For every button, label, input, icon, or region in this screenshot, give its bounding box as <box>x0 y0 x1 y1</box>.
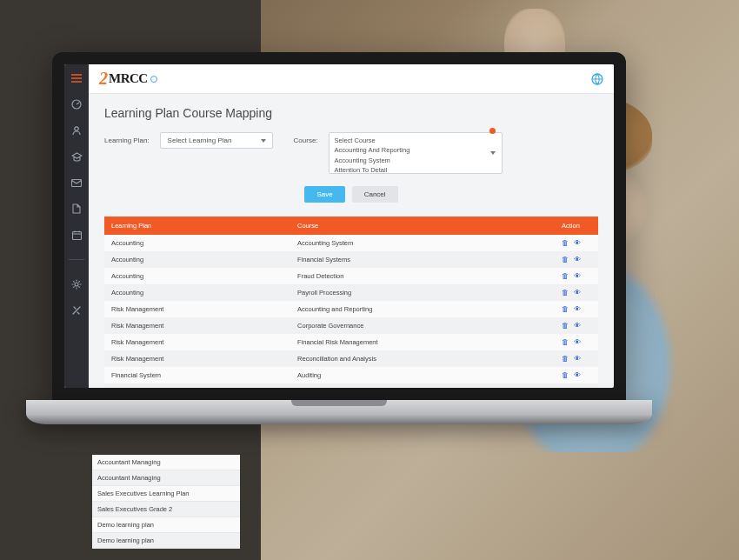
cell-course: Corporate Governance <box>290 317 555 334</box>
delete-icon[interactable]: 🗑 <box>562 322 569 330</box>
course-multiselect[interactable]: Select Course Accounting And Reporting A… <box>329 132 503 174</box>
cell-course: Financial Systems <box>290 251 555 268</box>
settings-icon[interactable] <box>70 277 83 291</box>
table-row: AccountingAccounting System🗑👁 <box>104 235 598 251</box>
form-actions: Save Cancel <box>104 186 598 203</box>
cell-course: Financial Risk Management <box>290 334 555 350</box>
course-option[interactable]: Accounting And Reporting <box>335 145 496 155</box>
cell-plan: Accounting <box>104 251 290 268</box>
page-title: Learning Plan Course Mapping <box>104 106 598 120</box>
cell-actions: 🗑👁 <box>555 317 598 334</box>
table-row: AccountingPayroll Processing🗑👁 <box>104 284 598 301</box>
view-icon[interactable]: 👁 <box>574 289 581 297</box>
delete-icon[interactable]: 🗑 <box>562 256 569 263</box>
logo-dot-icon <box>150 76 157 83</box>
mail-icon[interactable] <box>70 176 83 190</box>
table-row: AccountingFinancial Systems🗑👁 <box>104 251 598 268</box>
learning-plan-label: Learning Plan: <box>104 132 150 144</box>
table-row: Risk ManagementFinancial Risk Management… <box>104 334 598 350</box>
dashboard-icon[interactable] <box>70 97 83 111</box>
cell-actions: 🗑👁 <box>555 235 598 251</box>
learning-plan-select[interactable]: Select Learning Plan <box>160 132 273 149</box>
logo-prefix: 2 <box>99 69 108 89</box>
menu-icon[interactable] <box>70 71 83 85</box>
view-icon[interactable]: 👁 <box>574 305 581 313</box>
list-item[interactable]: Sales Executives Grade 2 <box>92 502 240 517</box>
laptop-base <box>26 400 652 424</box>
cell-course: Accounting and Reporting <box>290 301 555 317</box>
cell-plan: Accounting <box>104 235 290 251</box>
list-item[interactable]: Accountant Managing <box>92 455 240 470</box>
app-viewport: 2 MRCC Learning Plan Course Mapping Lear… <box>64 64 614 388</box>
delete-icon[interactable]: 🗑 <box>562 239 569 247</box>
sidebar-nav <box>64 64 89 388</box>
cell-plan: Risk Management <box>104 317 290 334</box>
save-button[interactable]: Save <box>304 186 344 203</box>
delete-icon[interactable]: 🗑 <box>562 355 569 363</box>
brand-logo[interactable]: 2 MRCC <box>99 69 157 89</box>
cell-actions: 🗑👁 <box>555 251 598 268</box>
col-header-plan: Learning Plan <box>104 217 290 235</box>
laptop-mockup: 2 MRCC Learning Plan Course Mapping Lear… <box>26 52 652 452</box>
course-select-wrapper: Select Course Accounting And Reporting A… <box>329 132 503 174</box>
cell-plan: Financial System <box>104 383 290 388</box>
calendar-icon[interactable] <box>70 228 83 242</box>
cell-actions: 🗑👁 <box>555 350 598 367</box>
table-row: Risk ManagementReconciliation and Analys… <box>104 350 598 367</box>
cell-plan: Accounting <box>104 268 290 284</box>
view-icon[interactable]: 👁 <box>574 355 581 363</box>
view-icon[interactable]: 👁 <box>574 322 581 330</box>
mapping-form: Learning Plan: Select Learning Plan Cour… <box>104 132 598 174</box>
user-icon[interactable] <box>70 123 83 137</box>
course-option[interactable]: Select Course <box>335 136 496 145</box>
cell-plan: Risk Management <box>104 334 290 350</box>
list-item[interactable]: Sales Executives Learning Plan <box>92 486 240 502</box>
logo-text: MRCC <box>109 71 148 86</box>
cell-course: Payroll Processing <box>290 284 555 301</box>
cell-actions: 🗑👁 <box>555 334 598 350</box>
list-item[interactable]: Demo learning plan <box>92 533 240 549</box>
overflow-plan-list: Accountant ManagingAccountant ManagingSa… <box>92 455 240 549</box>
cell-actions: 🗑👁 <box>555 301 598 317</box>
view-icon[interactable]: 👁 <box>574 256 581 263</box>
table-row: Financial SystemCash Management🗑👁 <box>104 383 598 388</box>
delete-icon[interactable]: 🗑 <box>562 305 569 313</box>
cancel-button[interactable]: Cancel <box>352 186 398 203</box>
notification-badge <box>489 128 496 134</box>
list-item[interactable]: Demo learning plan <box>92 517 240 533</box>
table-row: Risk ManagementCorporate Governance🗑👁 <box>104 317 598 334</box>
delete-icon[interactable]: 🗑 <box>562 289 569 297</box>
course-label: Course: <box>294 132 318 144</box>
document-icon[interactable] <box>70 202 83 216</box>
delete-icon[interactable]: 🗑 <box>562 272 569 280</box>
delete-icon[interactable]: 🗑 <box>562 338 569 346</box>
view-icon[interactable]: 👁 <box>574 371 581 379</box>
course-option[interactable]: Attention To Detail <box>335 165 496 174</box>
cell-course: Accounting System <box>290 235 555 251</box>
main-area: 2 MRCC Learning Plan Course Mapping Lear… <box>89 64 614 388</box>
cell-actions: 🗑👁 <box>555 367 598 383</box>
cell-course: Cash Management <box>290 383 555 388</box>
svg-point-4 <box>75 283 78 286</box>
cell-actions: 🗑👁 <box>555 268 598 284</box>
content-panel: Learning Plan Course Mapping Learning Pl… <box>89 94 614 388</box>
education-icon[interactable] <box>70 150 83 163</box>
list-item[interactable]: Accountant Managing <box>92 470 240 486</box>
col-header-action: Action <box>555 217 598 235</box>
laptop-notch <box>291 400 387 406</box>
topbar: 2 MRCC <box>89 64 614 94</box>
table-row: AccountingFraud Detection🗑👁 <box>104 268 598 284</box>
delete-icon[interactable]: 🗑 <box>562 371 569 379</box>
globe-icon[interactable] <box>591 73 603 85</box>
svg-rect-3 <box>72 231 81 239</box>
view-icon[interactable]: 👁 <box>574 272 581 280</box>
cell-course: Fraud Detection <box>290 268 555 284</box>
svg-point-1 <box>75 127 78 130</box>
mapping-table: Learning Plan Course Action AccountingAc… <box>104 217 598 388</box>
view-icon[interactable]: 👁 <box>574 338 581 346</box>
table-row: Risk ManagementAccounting and Reporting🗑… <box>104 301 598 317</box>
tools-icon[interactable] <box>70 303 83 317</box>
view-icon[interactable]: 👁 <box>574 239 581 247</box>
cell-course: Auditing <box>290 367 555 383</box>
course-option[interactable]: Accounting System <box>335 156 496 165</box>
